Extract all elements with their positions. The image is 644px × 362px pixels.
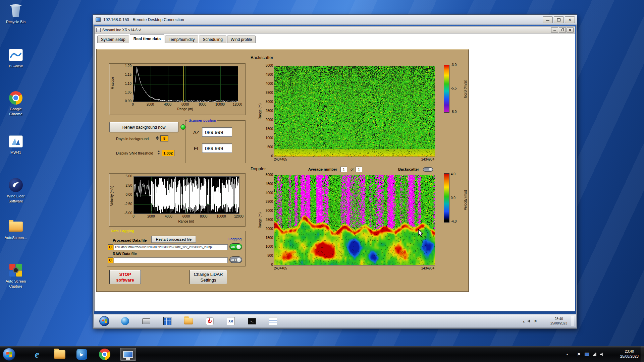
start-button[interactable] (3, 348, 15, 361)
tick-label: -4.0 (451, 220, 457, 224)
remote-taskbar-printer-icon[interactable] (141, 316, 151, 326)
tray-display-icon[interactable] (585, 353, 589, 356)
tab-real-time-data[interactable]: Real time data (130, 34, 164, 43)
renew-background-button[interactable]: Renew background now (109, 122, 178, 132)
velocity-graph: Velocity (m/s) 5.002.500.00-2.50-5.00 02… (109, 173, 246, 227)
tab-system-setup[interactable]: System setup (97, 36, 129, 43)
tick-label: -8.0 (451, 110, 457, 114)
bl-view-icon (1, 46, 31, 64)
show-desktop-button[interactable] (641, 346, 644, 362)
snr-spinner[interactable] (157, 150, 160, 155)
remote-tray-expand-icon[interactable]: ▴ (523, 319, 525, 323)
volume-icon[interactable] (600, 353, 604, 356)
desktop-icon-auto-screen-capture[interactable]: Auto ScreenCapture (1, 261, 31, 289)
change-lidar-settings-button[interactable]: Change LiDAR Settings (190, 270, 227, 284)
toggle-knob (236, 245, 241, 249)
scanner-position-group (185, 120, 246, 163)
tick-label: -2.50 (124, 202, 132, 206)
tick-label: 1.05 (125, 90, 131, 95)
desktop-icon-bl-view[interactable]: BL-View (1, 46, 31, 69)
raw-drive-box[interactable]: C (108, 257, 113, 263)
toggle-knob (237, 258, 241, 262)
taskbar-media-player-icon[interactable]: ▶ (74, 348, 89, 361)
restart-processed-file-button[interactable]: Restart processed file (151, 236, 196, 243)
desktop-icon-autoscreen-folder[interactable]: AutoScreen... (1, 218, 31, 240)
wind-lidar-software-icon (1, 176, 31, 194)
tab-temp-humidity[interactable]: Temp/humidity (165, 36, 198, 43)
processed-drive-box[interactable]: C (108, 244, 113, 250)
app-minimize-button[interactable] (551, 27, 558, 33)
remote-taskbar-power-icon[interactable] (205, 316, 215, 326)
backscatter-heatmap (274, 66, 435, 157)
stop-software-button[interactable]: STOP software (109, 270, 141, 284)
desktop-icon-wind-lidar-software[interactable]: Wind LidarSoftware (1, 176, 31, 204)
bs-map-yticks: 5000450040003500300025002000150010005000 (262, 64, 273, 158)
remote-taskbar-xr-app-icon[interactable]: XR (226, 316, 236, 326)
google-chrome-icon (1, 89, 31, 107)
remote-desktop: StreamLine XR v14-6.vi × System setupRea… (94, 25, 576, 327)
desktop-icon-recycle-bin[interactable]: Recycle Bin (1, 2, 31, 24)
rdp-close-button[interactable]: × (565, 16, 575, 23)
raw-path-input[interactable] (114, 257, 228, 263)
taskbar-clock[interactable]: 23:40 25/08/2023 (620, 349, 639, 359)
tab-scheduling[interactable]: Scheduling (199, 36, 226, 43)
remote-taskbar-scan-sched-icon[interactable] (268, 316, 278, 326)
tick-label: -3.0 (451, 63, 457, 67)
rdp-titlebar[interactable]: 192.168.0.150 - Remote Desktop Connectio… (93, 15, 577, 25)
snr-threshold-label: Display SNR threshold (116, 151, 153, 155)
dp-map-xlabels: 2434485 2434984 (274, 266, 434, 270)
remote-taskbar-globe-icon[interactable] (120, 316, 130, 326)
taskbar-explorer-icon[interactable] (52, 348, 67, 361)
rays-in-background-label: Rays in background (116, 137, 149, 141)
tab-wind-profile[interactable]: Wind profile (227, 36, 256, 43)
raw-data-file-label: RAW Data file (113, 252, 137, 256)
app-close-button[interactable]: × (567, 27, 574, 33)
processed-path-input[interactable]: C:\Lidar\Data\Proc\2023\202308\20230825\… (114, 244, 228, 250)
average-number-input[interactable]: 1 (340, 167, 347, 172)
action-center-flag-icon[interactable]: ⚑ (577, 352, 581, 357)
desktop-icon-label: AutoScreen... (1, 235, 31, 240)
backscatter-display-toggle[interactable] (423, 167, 433, 172)
stop-button-line2: software (116, 277, 134, 283)
rdp-window-title: 192.168.0.150 - Remote Desktop Connectio… (103, 17, 184, 22)
tick-label: 5.00 (126, 174, 132, 178)
remote-start-button[interactable] (99, 316, 109, 326)
tick-label: 1.20 (125, 64, 131, 68)
tray-expand-icon[interactable]: ▲ (566, 353, 569, 356)
average-of-label: of (351, 167, 354, 171)
remote-taskbar-console-icon[interactable]: >_ (247, 316, 257, 326)
remote-clock[interactable]: 23:40 25/08/2023 (550, 317, 567, 325)
host-taskbar: e ▶ ▲ ⚑ 23:40 25/08/2023 (0, 346, 644, 362)
raw-logging-toggle[interactable]: OFF (229, 256, 242, 263)
snr-value-input[interactable]: 1.002 (162, 150, 174, 156)
remote-taskbar-folder-icon[interactable] (183, 316, 194, 326)
desktop-icon-google-chrome[interactable]: GoogleChrome (1, 89, 31, 117)
mouse-cursor (418, 229, 424, 237)
desktop-icon-mw41[interactable]: MW41 (1, 133, 31, 155)
tick-label: 4.0 (451, 172, 457, 176)
remote-taskbar-grid-icon[interactable] (162, 316, 172, 326)
tick-label: 6000 (178, 103, 193, 106)
processed-logging-toggle[interactable]: ON (229, 243, 242, 250)
desktop-icon-label: MW41 (1, 150, 31, 155)
el-input[interactable]: 089.999 (202, 143, 232, 153)
tick-label: 4500 (266, 73, 273, 77)
tick-label: 6000 (179, 215, 194, 218)
remote-show-desktop-button[interactable] (571, 316, 574, 326)
rays-spinner[interactable] (156, 136, 159, 140)
taskbar-rdp-icon[interactable] (120, 348, 136, 361)
remote-action-center-icon[interactable]: ⚑ (534, 319, 537, 323)
az-input[interactable]: 089.999 (202, 127, 232, 137)
taskbar-chrome-icon[interactable] (97, 348, 112, 361)
app-restore-button[interactable] (559, 27, 566, 33)
mw41-icon (1, 133, 31, 150)
ie-icon: e (35, 349, 39, 360)
tick-label: 12000 (230, 103, 245, 106)
rdp-minimize-button[interactable] (543, 16, 553, 23)
taskbar-ie-icon[interactable]: e (30, 348, 44, 361)
rdp-maximize-button[interactable] (554, 16, 564, 23)
app-titlebar[interactable]: StreamLine XR v14-6.vi × (95, 26, 575, 34)
rays-value-input[interactable]: 8 (160, 135, 168, 141)
remote-volume-icon[interactable] (528, 319, 531, 323)
network-icon[interactable] (593, 353, 596, 356)
